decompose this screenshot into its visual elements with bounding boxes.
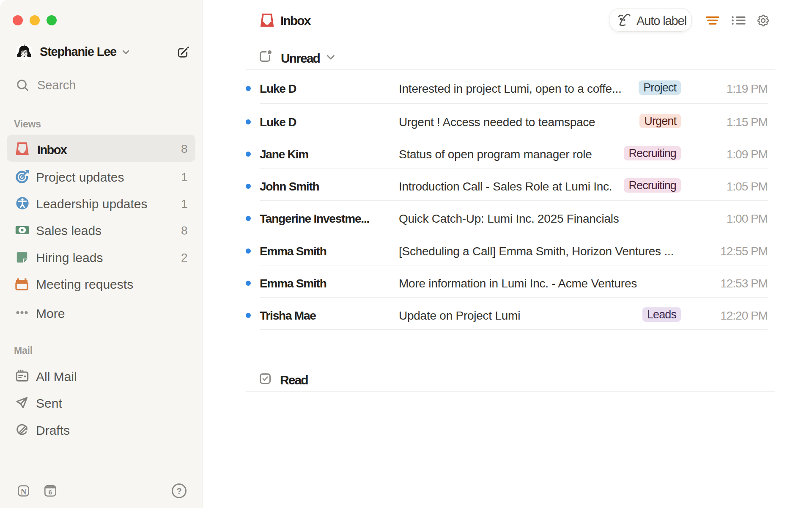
svg-text:N: N <box>21 487 27 496</box>
svg-text:?: ? <box>176 486 181 496</box>
svg-text:6: 6 <box>49 489 52 496</box>
